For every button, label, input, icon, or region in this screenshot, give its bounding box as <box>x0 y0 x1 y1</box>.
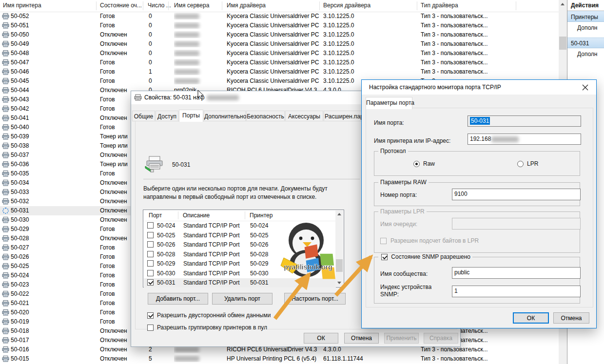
printer-icon <box>2 106 9 112</box>
port-checkbox[interactable] <box>147 241 154 248</box>
raw-radio[interactable] <box>413 161 420 167</box>
port-name-field[interactable]: 50-031 <box>468 115 581 127</box>
column-separator[interactable] <box>96 1 97 10</box>
column-separator[interactable] <box>143 1 143 10</box>
redacted-server-name <box>174 14 199 19</box>
col-printer[interactable]: Принтер <box>250 212 273 219</box>
column-header[interactable]: Имя драйвера <box>227 2 266 9</box>
printer-small-icon <box>134 94 142 101</box>
pm-cancel-button[interactable]: Отмена <box>553 312 589 324</box>
printer-ip-field[interactable]: 192.168 <box>468 134 581 145</box>
tab-дополнительно[interactable]: Дополнительно <box>204 111 246 121</box>
port-checkbox[interactable] <box>147 222 154 229</box>
driver-type: Тип 3 - пользовательск... <box>421 59 516 66</box>
printer-name: 50-040 <box>11 124 69 131</box>
queue-status: Отключен <box>100 31 143 38</box>
actions-item-дополн[interactable]: Дополн <box>567 22 604 33</box>
close-icon[interactable] <box>577 81 593 94</box>
actions-item-принтеры[interactable]: Принтеры <box>567 11 604 22</box>
printer-name: 50-021 <box>11 300 69 307</box>
printer-row[interactable]: 50-052Готов0Kyocera Classic Universaldri… <box>0 12 559 21</box>
port-printer: 50-024 <box>250 222 268 229</box>
bidirectional-label: Разрешить двусторонний обмен данными <box>157 312 271 319</box>
driver-type: Тип 3 - пользовательск... <box>421 40 516 47</box>
driver-type: Тип 3 - пользовательск... <box>421 13 516 19</box>
printer-row[interactable]: 50-047Готов0Kyocera Classic Universaldri… <box>0 58 559 67</box>
column-header[interactable]: Состояние оч... <box>100 2 142 9</box>
port-description: Standard TCP/IP Port <box>183 279 240 286</box>
tab-доступ[interactable]: Доступ <box>156 111 178 121</box>
printer-icon <box>2 217 9 223</box>
col-port[interactable]: Порт <box>149 212 162 219</box>
printer-pooling-checkbox[interactable] <box>147 325 154 331</box>
watermark-penguin-logo: pyatilistnik.org <box>274 219 342 287</box>
column-separator[interactable] <box>319 1 320 10</box>
column-separator[interactable] <box>516 1 516 10</box>
snmp-index-field[interactable]: 1 <box>452 286 581 297</box>
tab-аксессуары[interactable]: Аксессуары <box>285 111 323 121</box>
props-cancel-button[interactable]: Отмена <box>344 333 379 344</box>
bidirectional-checkbox[interactable] <box>147 312 154 319</box>
printer-icon <box>2 22 9 29</box>
port-checkbox[interactable] <box>147 251 154 257</box>
printer-name: 50-019 <box>11 318 69 325</box>
column-header[interactable]: Имя сервера <box>174 2 209 9</box>
driver-name: Kyocera Classic Universaldriver PC... <box>227 31 319 38</box>
tab-порты[interactable]: Порты <box>179 110 203 122</box>
port-checkbox[interactable] <box>147 279 154 286</box>
printer-name: 50-020 <box>11 309 69 316</box>
printer-row[interactable]: 50-015Отключен5HP Universal Printing PCL… <box>0 354 559 364</box>
server-name <box>174 77 220 84</box>
printer-large-icon <box>144 155 165 173</box>
raw-radio-label: Raw <box>423 160 435 167</box>
port-checkbox[interactable] <box>147 232 154 238</box>
tab-расширен-пар[interactable]: Расширен.пар <box>324 111 365 121</box>
raw-port-field[interactable]: 9100 <box>452 189 581 200</box>
pm-ok-button[interactable]: ОК <box>513 312 549 324</box>
configure-port-button[interactable]: Настроить порт... <box>284 293 346 305</box>
printer-row[interactable]: 50-050Отключен0Kyocera Classic Universal… <box>0 30 559 39</box>
tab-безопасность[interactable]: Безопасность <box>246 111 285 121</box>
printer-icon <box>2 171 9 177</box>
printer-row[interactable]: 50-046Готов1Kyocera Classic Universaldri… <box>0 67 559 77</box>
props-ok-button[interactable]: ОК <box>304 333 338 344</box>
snmp-enabled-checkbox[interactable] <box>381 254 388 260</box>
actions-item-дополн[interactable]: Дополн <box>567 49 604 59</box>
col-description[interactable]: Описание <box>183 212 210 219</box>
column-header[interactable]: Версия драйвера <box>323 2 370 9</box>
printer-row[interactable]: 50-049Отключен0Kyocera Classic Universal… <box>0 39 559 49</box>
printer-icon <box>2 78 9 84</box>
community-field[interactable]: public <box>452 267 581 279</box>
printer-row[interactable]: 50-048Отключен0Kyocera Classic Universal… <box>0 49 559 58</box>
lpr-radio[interactable] <box>517 161 524 167</box>
tab-общие[interactable]: Общие <box>132 111 155 121</box>
printer-name: 50-041 <box>11 115 69 121</box>
port-checkbox[interactable] <box>147 260 154 267</box>
actions-item-50-031[interactable]: 50-031 <box>567 38 604 48</box>
props-printer-name: 50-031 <box>172 161 190 168</box>
printer-pooling-label: Разрешить группировку принтеров в пул <box>157 324 267 331</box>
delete-port-button[interactable]: Удалить порт <box>212 293 273 305</box>
scrollbar-thumb[interactable] <box>559 37 566 50</box>
column-separator[interactable] <box>417 1 417 10</box>
column-header[interactable]: Имя принтера <box>3 2 41 9</box>
column-header[interactable]: Тип драйвера <box>421 2 458 9</box>
printer-row[interactable]: 50-051Готов0Kyocera Classic Universaldri… <box>0 21 559 30</box>
column-separator[interactable] <box>168 1 169 10</box>
column-header[interactable]: Число ... <box>148 2 171 9</box>
printer-name: 50-016 <box>11 346 69 353</box>
printer-name: 50-030 <box>11 216 69 223</box>
snmp-index-label-line1: Индекс устройства <box>380 284 431 290</box>
scroll-up-icon[interactable] <box>561 3 565 5</box>
tab-port-parameters[interactable]: Параметры порта <box>366 97 412 109</box>
actions-panel-title: Действия <box>567 0 604 11</box>
column-separator[interactable] <box>222 1 222 10</box>
props-help-button: Справка <box>424 333 458 344</box>
pm-titlebar[interactable]: Настройка стандартного монитора порта TC… <box>362 80 596 95</box>
protocol-group-label: Протокол <box>378 148 408 154</box>
port-checkbox[interactable] <box>147 270 154 276</box>
port-name: 50-024 <box>157 222 175 229</box>
scroll-up-icon[interactable] <box>337 213 341 215</box>
printer-name: 50-034 <box>11 179 69 186</box>
add-port-button[interactable]: Добавить порт... <box>148 293 208 305</box>
